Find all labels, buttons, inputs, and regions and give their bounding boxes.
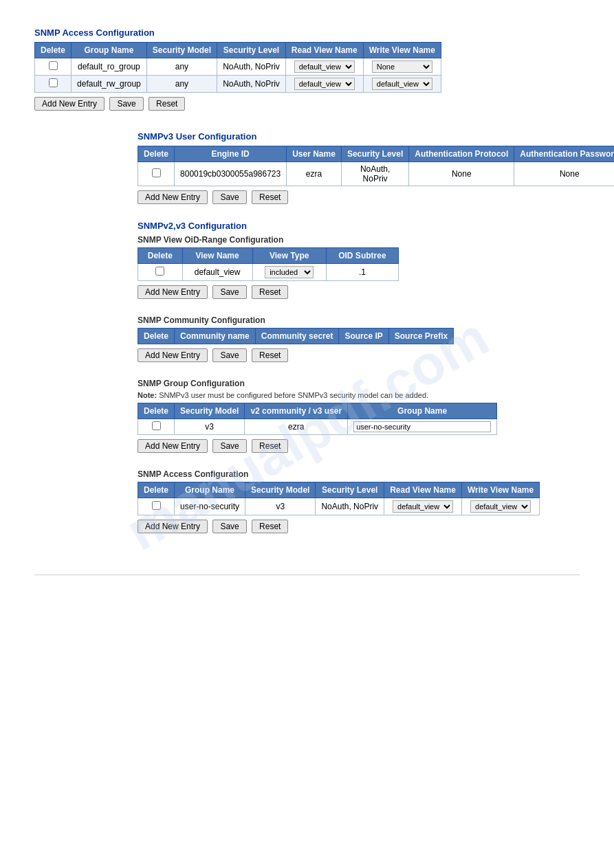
col-security-model: Security Model	[245, 482, 316, 498]
cell-group-name: default_ro_group	[72, 58, 147, 76]
snmp-group-section: SNMP Group Configuration Note: SNMPv3 us…	[138, 379, 580, 453]
snmpv2v3-title: SNMPv2,v3 Configuration	[138, 221, 580, 231]
cell-v2v3-user: ezra	[245, 419, 348, 435]
snmp-view-oid-section: SNMP View OiD-Range Configuration Delete…	[138, 235, 580, 299]
snmpv3-user-reset-btn[interactable]: Reset	[252, 190, 288, 204]
read-view-select[interactable]: default_view None	[294, 78, 355, 90]
col-auth-protocol: Authentication Protocol	[409, 146, 514, 162]
snmp-community-reset-btn[interactable]: Reset	[252, 348, 288, 362]
snmp-access-bottom-section: SNMP Access Configuration Delete Group N…	[138, 469, 580, 533]
snmpv3-user-title: SNMPv3 User Configuration	[138, 131, 580, 142]
view-type-select[interactable]: included excluded	[265, 266, 314, 278]
snmp-access-bottom-reset-btn[interactable]: Reset	[252, 520, 288, 533]
snmp-group-buttons: Add New Entry Save Reset	[138, 439, 580, 453]
cell-user-name: ezra	[287, 162, 342, 186]
snmpv3-user-section: SNMPv3 User Configuration Delete Engine …	[138, 131, 580, 204]
table-row: v3 ezra	[138, 419, 497, 435]
cell-read-view: default_view None	[285, 76, 363, 93]
cell-write-view: None default_view	[363, 58, 441, 76]
col-oid-subtree: OID Subtree	[326, 248, 398, 264]
cell-group-name	[348, 419, 497, 435]
snmp-access-top-save-btn[interactable]: Save	[109, 97, 143, 111]
cell-write-view: None default_view	[363, 76, 441, 93]
snmp-group-reset-btn[interactable]: Reset	[252, 439, 288, 453]
snmp-community-section: SNMP Community Configuration Delete Comm…	[138, 315, 580, 362]
delete-checkbox[interactable]	[152, 501, 161, 510]
cell-auth-protocol: None	[409, 162, 514, 186]
table-row: user-no-security v3 NoAuth, NoPriv defau…	[138, 498, 540, 515]
cell-group-name: user-no-security	[175, 498, 245, 515]
snmp-view-oid-title: SNMP View OiD-Range Configuration	[138, 235, 580, 245]
snmp-access-top-table: Delete Group Name Security Model Securit…	[34, 42, 441, 93]
cell-delete	[138, 162, 175, 186]
cell-security-model: v3	[245, 498, 316, 515]
snmp-access-top-add-btn[interactable]: Add New Entry	[34, 97, 105, 111]
snmp-community-save-btn[interactable]: Save	[212, 348, 246, 362]
snmp-group-add-btn[interactable]: Add New Entry	[138, 439, 208, 453]
write-view-select[interactable]: default_view None	[470, 500, 531, 513]
snmpv3-user-table: Delete Engine ID User Name Security Leve…	[138, 146, 614, 186]
delete-checkbox[interactable]	[152, 421, 161, 430]
col-source-ip: Source IP	[339, 329, 388, 344]
cell-delete	[35, 58, 72, 76]
col-read-view: Read View Name	[285, 43, 363, 58]
col-read-view: Read View Name	[384, 482, 462, 498]
snmp-access-bottom-table: Delete Group Name Security Model Securit…	[138, 482, 540, 515]
cell-delete	[138, 419, 175, 435]
col-auth-password: Authentication Password	[514, 146, 614, 162]
cell-security-level: NoAuth, NoPriv	[217, 76, 286, 93]
snmp-access-bottom-buttons: Add New Entry Save Reset	[138, 520, 580, 533]
col-write-view: Write View Name	[461, 482, 539, 498]
snmp-view-oid-table: Delete View Name View Type OID Subtree d…	[138, 247, 399, 281]
delete-checkbox[interactable]	[152, 168, 161, 177]
snmp-group-title: SNMP Group Configuration	[138, 379, 580, 388]
cell-delete	[138, 498, 175, 515]
col-engine-id: Engine ID	[175, 146, 287, 162]
col-view-type: View Type	[252, 248, 326, 264]
snmp-access-top-title: SNMP Access Configuration	[34, 27, 580, 38]
cell-auth-password: None	[514, 162, 614, 186]
cell-security-level: NoAuth, NoPriv	[217, 58, 286, 76]
cell-security-model: v3	[175, 419, 245, 435]
cell-read-view: default_view None	[285, 58, 363, 76]
snmp-access-top-reset-btn[interactable]: Reset	[149, 97, 185, 111]
snmpv3-user-add-btn[interactable]: Add New Entry	[138, 190, 208, 204]
snmpv3-user-save-btn[interactable]: Save	[212, 190, 246, 204]
col-group-name: Group Name	[72, 43, 147, 58]
col-delete: Delete	[35, 43, 72, 58]
snmp-group-note: Note: SNMPv3 user must be configured bef…	[138, 391, 580, 399]
col-security-level: Security Level	[217, 43, 286, 58]
cell-engine-id: 800019cb0300055a986723	[175, 162, 287, 186]
snmpv3-user-buttons: Add New Entry Save Reset	[138, 190, 580, 204]
col-delete: Delete	[138, 482, 175, 498]
col-community-secret: Community secret	[255, 329, 339, 344]
col-delete: Delete	[138, 329, 175, 344]
cell-read-view: default_view None	[384, 498, 462, 515]
snmp-community-buttons: Add New Entry Save Reset	[138, 348, 580, 362]
col-source-prefix: Source Prefix	[388, 329, 453, 344]
col-security-level: Security Level	[341, 146, 408, 162]
col-v2v3-user: v2 community / v3 user	[245, 403, 348, 419]
snmp-group-save-btn[interactable]: Save	[212, 439, 246, 453]
snmp-access-bottom-save-btn[interactable]: Save	[212, 520, 246, 533]
read-view-select[interactable]: default_view None	[393, 500, 453, 513]
read-view-select[interactable]: default_view None	[294, 60, 355, 73]
col-write-view: Write View Name	[363, 43, 441, 58]
col-delete: Delete	[138, 248, 183, 264]
snmp-view-oid-add-btn[interactable]: Add New Entry	[138, 285, 208, 299]
cell-security-model: any	[146, 58, 217, 76]
cell-view-type: included excluded	[252, 264, 326, 281]
snmp-access-top-buttons: Add New Entry Save Reset	[34, 97, 580, 111]
snmp-access-bottom-add-btn[interactable]: Add New Entry	[138, 520, 208, 533]
write-view-select[interactable]: None default_view	[372, 60, 432, 73]
delete-checkbox[interactable]	[49, 61, 58, 70]
snmp-community-add-btn[interactable]: Add New Entry	[138, 348, 208, 362]
col-security-level: Security Level	[316, 482, 384, 498]
delete-checkbox[interactable]	[49, 78, 58, 87]
snmp-view-oid-reset-btn[interactable]: Reset	[252, 285, 288, 299]
group-name-input[interactable]	[353, 421, 491, 432]
col-security-model: Security Model	[175, 403, 245, 419]
write-view-select[interactable]: None default_view	[372, 78, 432, 90]
snmp-view-oid-save-btn[interactable]: Save	[212, 285, 246, 299]
delete-checkbox[interactable]	[155, 267, 164, 276]
